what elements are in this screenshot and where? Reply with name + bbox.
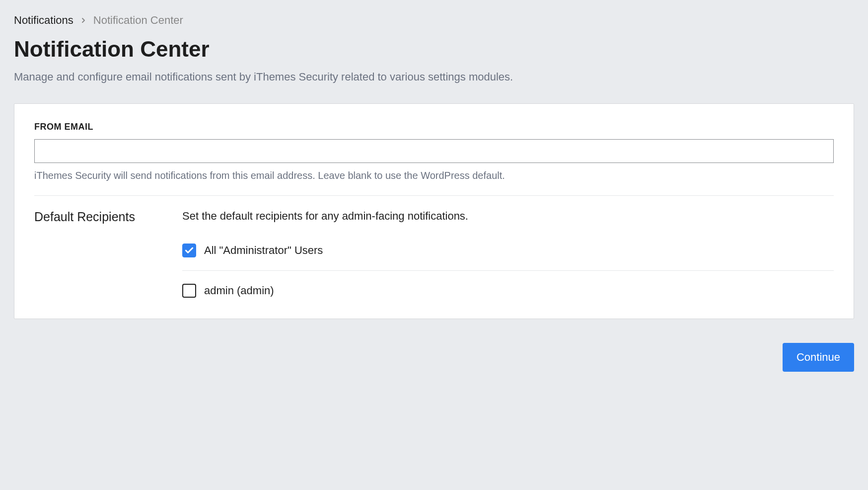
recipient-option-admin[interactable]: admin (admin) xyxy=(182,277,834,305)
recipient-option-all-admins[interactable]: All "Administrator" Users xyxy=(182,237,834,264)
breadcrumb-parent-link[interactable]: Notifications xyxy=(14,14,73,27)
recipient-option-label: admin (admin) xyxy=(204,284,274,297)
default-recipients-section: Default Recipients Set the default recip… xyxy=(34,210,834,305)
checkbox-divider xyxy=(182,270,834,271)
checkbox-unchecked-icon[interactable] xyxy=(182,284,196,298)
default-recipients-content: Set the default recipients for any admin… xyxy=(182,210,834,305)
checkbox-checked-icon[interactable] xyxy=(182,244,196,257)
actions-bar: Continue xyxy=(14,343,854,372)
from-email-label: FROM EMAIL xyxy=(34,122,834,132)
breadcrumb: Notifications Notification Center xyxy=(14,14,854,27)
settings-card: FROM EMAIL iThemes Security will send no… xyxy=(14,103,854,319)
from-email-hint: iThemes Security will send notifications… xyxy=(34,170,834,181)
continue-button[interactable]: Continue xyxy=(783,343,854,372)
from-email-input[interactable] xyxy=(34,139,834,163)
chevron-right-icon xyxy=(79,16,87,24)
recipient-option-label: All "Administrator" Users xyxy=(204,244,323,257)
page-description: Manage and configure email notifications… xyxy=(14,71,854,83)
page-title: Notification Center xyxy=(14,37,854,62)
default-recipients-title: Default Recipients xyxy=(34,210,158,305)
from-email-field: FROM EMAIL iThemes Security will send no… xyxy=(34,122,834,181)
section-divider xyxy=(34,195,834,196)
default-recipients-description: Set the default recipients for any admin… xyxy=(182,210,834,223)
breadcrumb-current: Notification Center xyxy=(93,14,183,27)
